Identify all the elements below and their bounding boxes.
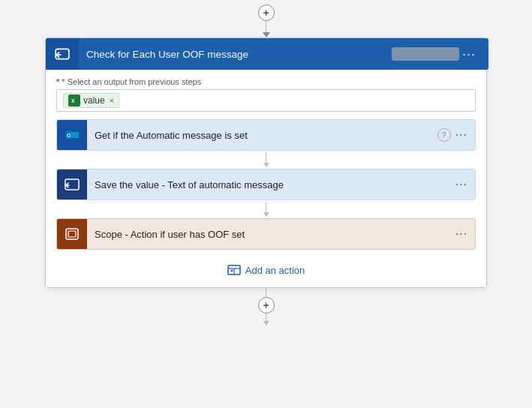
scope-icon-box [57, 219, 87, 249]
outlook-icon-box: O [57, 120, 87, 150]
action-get-help[interactable]: ? [437, 128, 451, 142]
card-body: * * Select an output from previous steps… [46, 70, 486, 287]
svg-text:O: O [67, 133, 71, 138]
action-scope-title: Scope - Action if user has OOF set [87, 229, 455, 240]
action-get-title: Get if the Automatic message is set [87, 130, 437, 141]
inner-connector-1 [56, 152, 476, 167]
loop-icon [54, 46, 71, 62]
add-action-button[interactable]: Add an action [56, 263, 476, 277]
select-label-text: * Select an output from previous steps [62, 77, 201, 86]
blue-right-bar [484, 38, 488, 70]
action-scope-menu[interactable]: ··· [455, 227, 467, 241]
top-arrow-head [263, 32, 270, 38]
action-save-menu[interactable]: ··· [455, 178, 467, 191]
main-card: Check for Each User OOF message ··· * * … [45, 38, 487, 288]
action-row-scope: Scope - Action if user has OOF set ··· [56, 218, 476, 250]
inner-arrow-head-1 [263, 163, 269, 167]
action-save-title: Save the value - Text of automatic messa… [87, 179, 455, 190]
action-row-save: Save the value - Text of automatic messa… [56, 169, 476, 200]
top-plus-button[interactable]: + [258, 4, 275, 21]
top-arrow-line [266, 21, 267, 33]
excel-tag-icon: X [68, 94, 80, 106]
value-tag: X value × [63, 93, 119, 108]
bottom-connector: + [258, 288, 275, 326]
card-header-title: Check for Each User OOF message [79, 49, 384, 60]
bottom-arrow-line [266, 288, 267, 297]
card-header: Check for Each User OOF message ··· [46, 38, 486, 70]
variable-icon [64, 176, 80, 193]
bottom-arrow-line-2 [266, 314, 267, 321]
action-row-get: O Get if the Automatic message is set ? … [56, 119, 476, 151]
redacted-badge [392, 47, 459, 61]
tag-value-text: value [83, 95, 105, 106]
svg-text:X: X [71, 98, 75, 104]
add-action-icon [227, 263, 241, 277]
inner-arrow-line-1 [266, 152, 267, 163]
inner-connector-2 [56, 202, 476, 217]
flow-wrapper: + Check for Each User OOF message ··· [0, 0, 532, 408]
add-action-svg-icon [227, 263, 241, 277]
scope-icon [64, 226, 80, 242]
top-connector: + [258, 4, 275, 38]
svg-rect-4 [71, 132, 79, 138]
top-plus-label: + [263, 7, 269, 19]
tag-input[interactable]: X value × [56, 89, 476, 112]
bottom-plus-button[interactable]: + [258, 297, 275, 314]
select-label: * * Select an output from previous steps [56, 77, 476, 86]
tag-close-button[interactable]: × [110, 96, 114, 105]
action-get-menu[interactable]: ··· [455, 128, 467, 142]
svg-rect-8 [68, 231, 76, 237]
excel-icon-svg: X [70, 96, 79, 105]
outlook-icon: O [64, 127, 80, 143]
variable-icon-box [57, 170, 87, 200]
add-action-label: Add an action [245, 265, 305, 276]
bottom-arrow-head [263, 321, 269, 326]
bottom-plus-label: + [263, 299, 269, 311]
inner-arrow-head-2 [263, 212, 269, 217]
card-header-icon [46, 38, 79, 70]
card-header-menu[interactable]: ··· [459, 46, 479, 62]
inner-arrow-line-2 [266, 202, 267, 212]
